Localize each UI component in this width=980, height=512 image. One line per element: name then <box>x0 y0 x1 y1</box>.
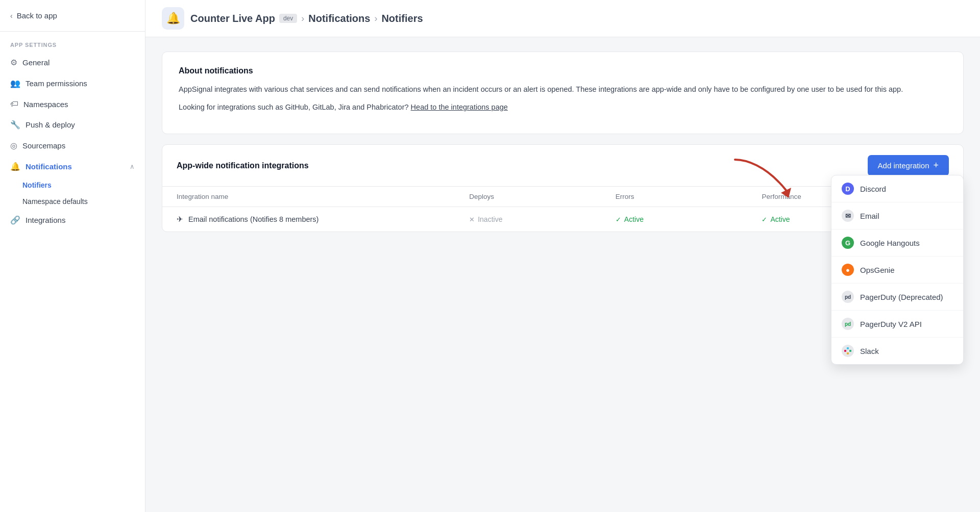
env-tag: dev <box>279 14 297 23</box>
add-integration-label: Add integration <box>878 161 929 170</box>
dropdown-item-slack[interactable]: Slack <box>831 338 963 364</box>
sidebar-item-label: Push & deploy <box>26 120 75 129</box>
about-paragraph-2-text: Looking for integrations such as GitHub,… <box>179 103 409 111</box>
dropdown-label-email: Email <box>860 212 879 220</box>
about-notifications-card: About notifications AppSignal integrates… <box>162 52 964 134</box>
email-icon: ✈ <box>177 215 183 223</box>
dropdown-label-hangouts: Google Hangouts <box>860 239 920 247</box>
sidebar-item-label: Namespaces <box>23 100 68 109</box>
sidebar-item-push-deploy[interactable]: 🔧 Push & deploy <box>0 114 145 135</box>
tag-icon: 🏷 <box>10 99 18 109</box>
plus-icon: + <box>933 160 939 171</box>
table-col-name: Integration name <box>177 193 469 200</box>
about-paragraph-2: Looking for integrations such as GitHub,… <box>179 101 947 113</box>
sidebar-item-namespaces[interactable]: 🏷 Namespaces <box>0 94 145 114</box>
deploys-status-cell: ✕ Inactive <box>469 215 616 223</box>
integration-name-cell: ✈ Email notifications (Notifies 8 member… <box>177 215 469 223</box>
bell-header-icon: 🔔 <box>166 12 180 25</box>
discord-icon: D <box>842 183 854 195</box>
errors-status-cell: ✓ Active <box>616 215 762 223</box>
sidebar-item-notifications[interactable]: 🔔 Notifications ∧ <box>0 156 145 177</box>
svg-rect-1 <box>844 350 846 352</box>
dropdown-label-discord: Discord <box>860 185 886 193</box>
integrations-card-title: App-wide notification integrations <box>177 161 309 170</box>
integrations-page-link[interactable]: Head to the integrations page <box>411 103 508 111</box>
sidebar-item-label: Sourcemaps <box>22 141 65 150</box>
breadcrumb-notifications[interactable]: Notifications <box>308 13 370 24</box>
sidebar-item-label: General <box>22 58 50 67</box>
dropdown-label-slack: Slack <box>860 347 879 355</box>
hangouts-icon: G <box>842 237 854 249</box>
add-integration-dropdown: D Discord ✉ Email G Google Hangouts ● <box>831 175 964 365</box>
about-paragraph-1: AppSignal integrates with various chat s… <box>179 84 947 95</box>
sidebar-item-label: Team permissions <box>26 79 87 88</box>
sidebar-section-label: APP SETTINGS <box>0 32 145 52</box>
sidebar-item-general[interactable]: ⚙ General <box>0 52 145 73</box>
dropdown-item-email[interactable]: ✉ Email <box>831 202 963 229</box>
check-icon: ✓ <box>616 216 621 223</box>
sidebar-item-label: Integrations <box>26 216 65 224</box>
x-icon: ✕ <box>469 216 475 223</box>
app-icon: 🔔 <box>162 7 184 30</box>
chevron-up-icon: ∧ <box>130 163 135 170</box>
main-content: 🔔 Counter Live App dev › Notifications ›… <box>145 0 980 512</box>
integration-name-label: Email notifications (Notifies 8 members) <box>188 215 318 223</box>
email-icon: ✉ <box>842 210 854 222</box>
content-area: About notifications AppSignal integrates… <box>145 37 980 512</box>
breadcrumb-app-name: Counter Live App <box>190 13 275 24</box>
page-header: 🔔 Counter Live App dev › Notifications ›… <box>145 0 980 37</box>
check-icon-2: ✓ <box>762 216 767 223</box>
dropdown-item-opsgenie[interactable]: ● OpsGenie <box>831 257 963 284</box>
table-col-errors: Errors <box>616 193 762 200</box>
wrench-icon: 🔧 <box>10 120 20 130</box>
breadcrumb-separator-1: › <box>301 13 304 24</box>
breadcrumb-notifiers: Notifiers <box>381 13 423 24</box>
sourcemaps-icon: ◎ <box>10 141 17 150</box>
breadcrumb: Counter Live App dev › Notifications › N… <box>190 13 423 24</box>
chevron-left-icon: ‹ <box>10 12 13 20</box>
sidebar-subitem-namespace-defaults[interactable]: Namespace defaults <box>0 193 145 210</box>
opsgenie-icon: ● <box>842 264 854 276</box>
errors-status-label: Active <box>624 215 644 223</box>
dropdown-item-discord[interactable]: D Discord <box>831 175 963 202</box>
sidebar-subitem-notifiers[interactable]: Notifiers <box>0 177 145 193</box>
deploys-status-label: Inactive <box>478 215 502 223</box>
svg-rect-2 <box>847 347 849 349</box>
dropdown-label-opsgenie: OpsGenie <box>860 266 895 274</box>
dropdown-item-pagerduty-v2[interactable]: pd PagerDuty V2 API <box>831 311 963 338</box>
back-to-app-label: Back to app <box>17 11 57 20</box>
sidebar-item-integrations[interactable]: 🔗 Integrations <box>0 210 145 231</box>
pagerduty-deprecated-icon: pd <box>842 291 854 303</box>
breadcrumb-separator-2: › <box>374 13 377 24</box>
dropdown-item-google-hangouts[interactable]: G Google Hangouts <box>831 229 963 257</box>
sidebar-item-team-permissions[interactable]: 👥 Team permissions <box>0 73 145 94</box>
svg-rect-3 <box>849 350 851 352</box>
dropdown-label-pagerduty-deprecated: PagerDuty (Deprecated) <box>860 293 943 301</box>
sidebar-subitem-label: Notifiers <box>22 181 52 189</box>
dropdown-label-pagerduty-v2: PagerDuty V2 API <box>860 320 922 328</box>
bell-icon: 🔔 <box>10 162 20 171</box>
performance-status-label: Active <box>770 215 790 223</box>
sidebar: ‹ Back to app APP SETTINGS ⚙ General 👥 T… <box>0 0 145 512</box>
add-integration-button[interactable]: Add integration + <box>868 155 949 176</box>
svg-rect-4 <box>847 352 849 354</box>
table-col-deploys: Deploys <box>469 193 616 200</box>
sidebar-item-label: Notifications <box>26 162 72 171</box>
sidebar-item-sourcemaps[interactable]: ◎ Sourcemaps <box>0 135 145 156</box>
link-icon: 🔗 <box>10 215 20 225</box>
gear-icon: ⚙ <box>10 58 17 67</box>
about-card-title: About notifications <box>179 66 947 75</box>
sidebar-subitem-label: Namespace defaults <box>22 197 88 206</box>
slack-icon <box>842 345 854 357</box>
back-to-app-button[interactable]: ‹ Back to app <box>0 0 145 32</box>
dropdown-item-pagerduty-deprecated[interactable]: pd PagerDuty (Deprecated) <box>831 284 963 311</box>
team-icon: 👥 <box>10 79 20 88</box>
pagerduty-v2-icon: pd <box>842 318 854 330</box>
